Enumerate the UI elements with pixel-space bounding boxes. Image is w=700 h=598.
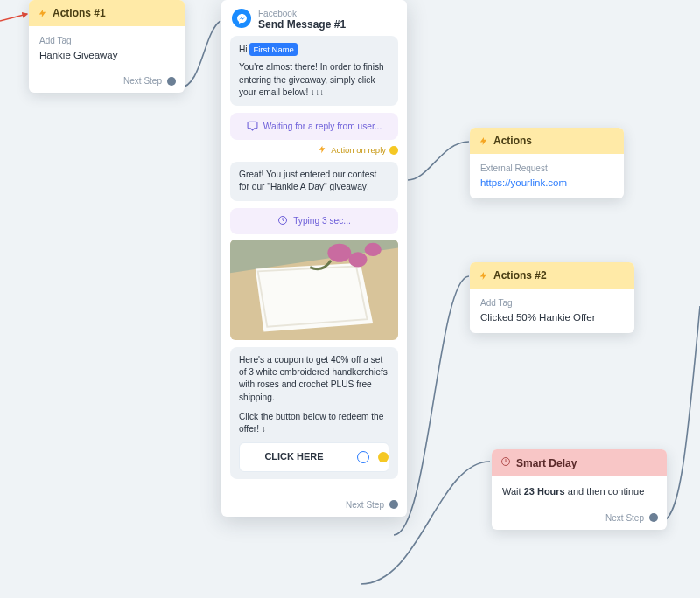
connector-dot[interactable] xyxy=(167,77,176,86)
lightning-icon xyxy=(479,271,488,281)
card-header: Facebook Send Message #1 xyxy=(221,0,407,36)
next-step-footer[interactable]: Next Step xyxy=(29,71,185,93)
action-on-reply-label: Action on reply xyxy=(331,145,386,155)
card-actions-external[interactable]: Actions External Request https://yourlin… xyxy=(470,128,624,198)
delay-suffix: and then continue xyxy=(565,486,645,497)
next-step-footer[interactable]: Next Step xyxy=(221,495,407,517)
card-title: Send Message #1 xyxy=(258,18,346,31)
platform-label: Facebook xyxy=(258,9,346,18)
waiting-block: Waiting for a reply from user... xyxy=(230,113,398,140)
next-step-label: Next Step xyxy=(346,500,384,510)
svg-marker-3 xyxy=(256,262,373,331)
cta-label: CLICK HERE xyxy=(240,450,348,463)
bubble1-body: You're almost there! In order to finish … xyxy=(239,61,389,99)
card-header: Actions #2 xyxy=(470,262,634,289)
svg-point-7 xyxy=(365,242,382,255)
card-body: Wait 23 Hours and then continue xyxy=(492,476,667,508)
lightning-icon xyxy=(479,136,488,146)
body-link[interactable]: https://yourlink.com xyxy=(480,176,613,191)
card-actions-1[interactable]: Actions #1 Add Tag Hankie Giveaway Next … xyxy=(29,0,185,93)
message-bubble-2: Great! You just entered our contest for … xyxy=(230,162,398,201)
body-value: Clicked 50% Hankie Offer xyxy=(480,310,624,325)
body-value: Hankie Giveaway xyxy=(39,48,174,63)
next-step-footer[interactable]: Next Step xyxy=(492,508,667,530)
typing-text: Typing 3 sec... xyxy=(293,216,351,226)
chat-icon xyxy=(247,120,258,133)
next-step-label: Next Step xyxy=(606,513,644,523)
card-title: Actions xyxy=(494,135,532,147)
bubble3-p1: Here's a coupon to get 40% off a set of … xyxy=(239,354,389,404)
bubble3-p2: Click the button below to redeem the off… xyxy=(239,411,389,436)
message-bubble-1: Hi First Name You're almost there! In or… xyxy=(230,36,398,106)
clock-icon xyxy=(500,456,511,469)
card-body: Add Tag Clicked 50% Hankie Offer xyxy=(470,289,634,333)
card-body: Add Tag Hankie Giveaway xyxy=(29,26,185,71)
card-send-message[interactable]: Facebook Send Message #1 Hi First Name Y… xyxy=(221,0,407,517)
card-smart-delay[interactable]: Smart Delay Wait 23 Hours and then conti… xyxy=(492,449,667,530)
card-header: Smart Delay xyxy=(492,449,667,476)
card-actions-2[interactable]: Actions #2 Add Tag Clicked 50% Hankie Of… xyxy=(470,262,634,333)
typing-block: Typing 3 sec... xyxy=(230,208,398,234)
connector-dot[interactable] xyxy=(649,513,658,522)
connector-dot[interactable] xyxy=(389,500,398,509)
card-header: Actions #1 xyxy=(29,0,185,26)
clock-icon xyxy=(277,215,288,227)
card-body: External Request https://yourlink.com xyxy=(470,154,624,198)
svg-point-6 xyxy=(348,252,367,267)
delay-bold: 23 Hours xyxy=(524,486,565,497)
messenger-icon xyxy=(232,9,251,28)
card-title: Actions #1 xyxy=(52,7,106,19)
connector-dot[interactable] xyxy=(389,146,398,155)
card-title: Actions #2 xyxy=(494,269,547,282)
card-title: Smart Delay xyxy=(516,457,577,469)
svg-point-5 xyxy=(327,243,351,261)
waiting-text: Waiting for a reply from user... xyxy=(263,122,382,131)
message-image xyxy=(230,240,398,340)
connector-dot[interactable] xyxy=(378,452,388,462)
greeting-text: Hi xyxy=(239,45,249,54)
delay-prefix: Wait xyxy=(502,486,524,497)
action-on-reply[interactable]: Action on reply xyxy=(230,145,398,155)
card-header: Actions xyxy=(470,128,624,154)
next-step-label: Next Step xyxy=(123,76,162,86)
body-label: External Request xyxy=(480,163,613,176)
lightning-icon xyxy=(38,9,47,18)
variable-pill: First Name xyxy=(249,43,297,56)
body-label: Add Tag xyxy=(39,35,174,48)
link-icon xyxy=(357,451,369,463)
message-bubble-3: Here's a coupon to get 40% off a set of … xyxy=(230,347,398,479)
lightning-icon xyxy=(318,145,327,155)
body-label: Add Tag xyxy=(480,297,624,310)
cta-button[interactable]: CLICK HERE xyxy=(239,442,389,471)
